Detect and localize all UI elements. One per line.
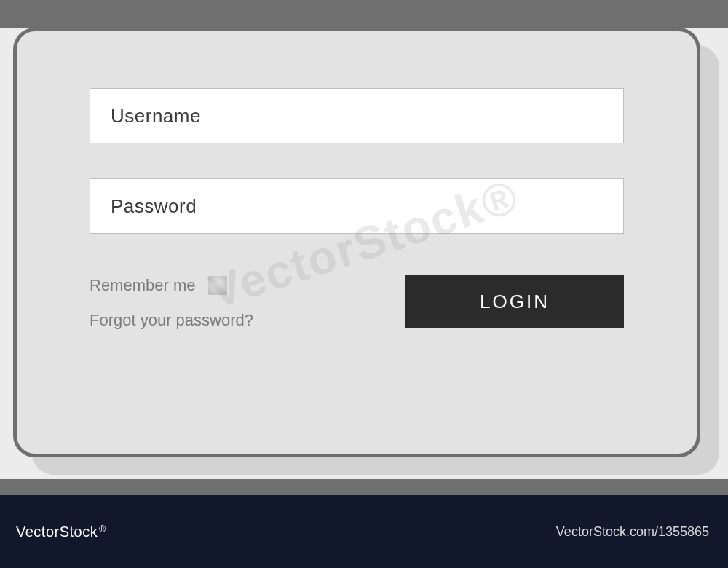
- password-input[interactable]: [90, 178, 624, 234]
- remember-me-checkbox[interactable]: [208, 276, 227, 295]
- remember-me-label: Remember me: [90, 276, 195, 295]
- footer: VectorStock ® VectorStock.com/1355865: [0, 495, 728, 568]
- options-row: Remember me Forgot your password? LOGIN: [90, 275, 624, 330]
- options-left: Remember me Forgot your password?: [90, 275, 253, 330]
- top-bar: [0, 0, 728, 28]
- field-gap: [90, 143, 624, 178]
- username-input[interactable]: [90, 88, 624, 143]
- footer-brand-name: VectorStock: [16, 524, 98, 540]
- remember-me: Remember me: [90, 276, 253, 295]
- mid-bar: [0, 479, 728, 495]
- login-card: Remember me Forgot your password? LOGIN: [13, 28, 700, 457]
- forgot-password-link[interactable]: Forgot your password?: [90, 311, 253, 330]
- footer-attribution: VectorStock.com/1355865: [556, 524, 709, 540]
- stage: Remember me Forgot your password? LOGIN …: [0, 28, 728, 479]
- footer-brand: VectorStock ®: [16, 524, 106, 540]
- login-button[interactable]: LOGIN: [405, 275, 624, 328]
- registered-icon: ®: [99, 524, 106, 535]
